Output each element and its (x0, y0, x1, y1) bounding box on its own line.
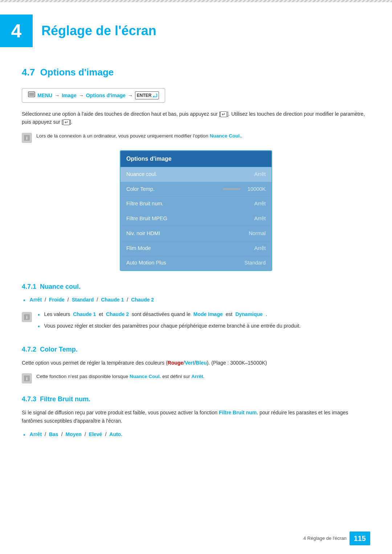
main-content: 4.7 Options d'image MENU → Image → Optio… (0, 62, 392, 474)
options-menu-title: Options d'image (121, 151, 271, 167)
menu-item-nuance-coul: Nuance coul. Arrêt (121, 167, 271, 182)
menu-item-filtre-bruit-num: Filtre Bruit num. Arrêt (121, 197, 271, 212)
list-item: Les valeurs Chaude 1 et Chaude 2 sont dé… (36, 311, 370, 319)
page-footer: 4 Réglage de l'écran 115 (303, 532, 370, 545)
menu-item-value-4: Normal (249, 230, 266, 238)
note-computer-text: Lors de la connexion à un ordinateur, vo… (36, 132, 242, 140)
menu-item-flim-mode: Flim Mode Arrêt (121, 241, 271, 256)
menu-item-value-5: Arrêt (254, 245, 266, 253)
nav-image: Image (62, 92, 76, 99)
filtre-bruit-description: Si le signal de diffusion reçu par votre… (22, 409, 370, 425)
menu-item-label-4: Niv. noir HDMI (126, 230, 160, 238)
nav-sep1: → (54, 92, 60, 99)
nav-path: MENU → Image → Options d'image → ENTER (22, 88, 165, 103)
list-item: Vous pouvez régler et stocker des paramè… (36, 322, 370, 331)
svg-text:i: i (26, 315, 28, 320)
chapter-number: 4 (11, 21, 22, 40)
note-icon-3: i (22, 373, 32, 383)
menu-item-label-1: Color Temp. (126, 185, 155, 193)
note-color-temp-text: Cette fonction n'est pas disponible lors… (36, 373, 204, 381)
bullet-list-nuance: Arrêt / Froide / Standard / Chaude 1 / C… (22, 296, 370, 305)
list-item: Arrêt / Froide / Standard / Chaude 1 / C… (22, 296, 370, 305)
menu-item-filtre-bruit-mpeg: Filtre Bruit MPEG Arrêt (121, 212, 271, 226)
note-nuance-coul: i Les valeurs Chaude 1 et Chaude 2 sont … (22, 311, 370, 334)
description-text: Sélectionnez une option à l'aide des tou… (22, 110, 370, 126)
subsection-heading-473: 4.7.3 Filtre Bruit num. (22, 394, 370, 404)
menu-item-value-6: Standard (244, 259, 266, 267)
menu-item-color-temp: Color Temp. 10000K (121, 182, 271, 197)
menu-item-auto-motion-plus: Auto Motion Plus Standard (121, 256, 271, 270)
page-header: 4 Réglage de l'écran (0, 4, 392, 54)
nav-options: Options d'image (86, 92, 126, 99)
chapter-number-block: 4 (0, 15, 33, 47)
color-temp-description: Cette option vous permet de régler la te… (22, 359, 370, 367)
note-bullet-list: Les valeurs Chaude 1 et Chaude 2 sont dé… (36, 311, 370, 331)
nav-enter: ENTER (135, 91, 159, 99)
menu-item-label-2: Filtre Bruit num. (126, 200, 163, 208)
bullet-list-filtre: Arrêt / Bas / Moyen / Elevé / Auto. (22, 431, 370, 439)
menu-item-value-2: Arrêt (254, 200, 266, 208)
menu-item-value-1: 10000K (223, 185, 266, 193)
chapter-title: Réglage de l'écran (41, 21, 156, 41)
options-menu-container: Options d'image Nuance coul. Arrêt Color… (22, 150, 370, 271)
nav-menu-label: MENU (37, 92, 52, 99)
note-computer: i Lors de la connexion à un ordinateur, … (22, 132, 370, 143)
note-nuance-bullets: Les valeurs Chaude 1 et Chaude 2 sont dé… (36, 311, 370, 334)
footer-text: 4 Réglage de l'écran (303, 535, 347, 542)
section-heading: 4.7 Options d'image (22, 65, 370, 79)
header-stripe (0, 0, 392, 2)
nav-sep2: → (79, 92, 84, 99)
note-icon-1: i (22, 133, 32, 143)
note-color-temp: i Cette fonction n'est pas disponible lo… (22, 373, 370, 383)
menu-item-label-5: Flim Mode (126, 245, 151, 253)
menu-item-value-3: Arrêt (254, 215, 266, 223)
page-number: 115 (350, 532, 370, 545)
list-item: Arrêt / Bas / Moyen / Elevé / Auto. (22, 431, 370, 439)
temp-slider-bar (223, 188, 245, 190)
nav-sep3: → (128, 92, 133, 99)
subsection-heading-471: 4.7.1 Nuance coul. (22, 282, 370, 292)
menu-item-label-3: Filtre Bruit MPEG (126, 215, 167, 223)
options-menu: Options d'image Nuance coul. Arrêt Color… (120, 150, 272, 271)
menu-item-label-0: Nuance coul. (126, 171, 157, 178)
menu-item-value-0: Arrêt (254, 171, 266, 178)
menu-item-label-6: Auto Motion Plus (126, 259, 166, 267)
svg-text:i: i (26, 376, 28, 381)
header-area: 4 Réglage de l'écran (0, 0, 392, 54)
svg-text:i: i (26, 135, 28, 141)
menu-icon (28, 91, 35, 99)
subsection-heading-472: 4.7.2 Color Temp. (22, 345, 370, 354)
menu-item-niv-noir-hdmi: Niv. noir HDMI Normal (121, 226, 271, 241)
note-icon-2: i (22, 312, 32, 322)
